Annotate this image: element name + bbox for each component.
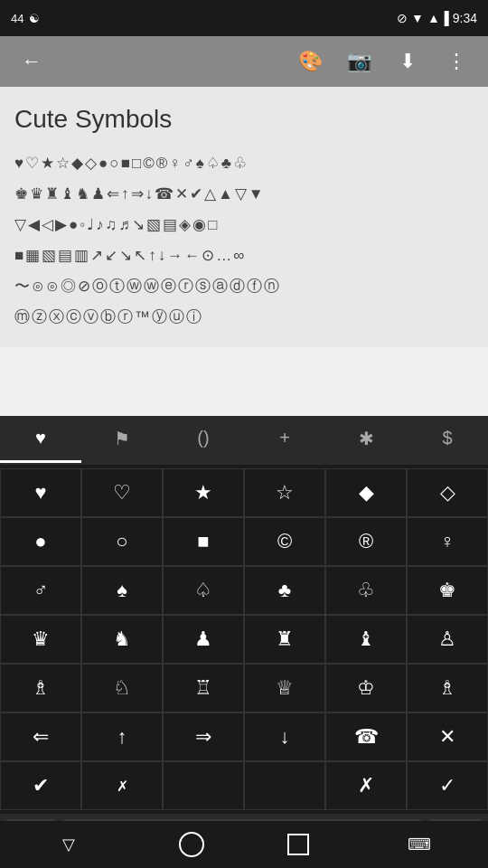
sym-key[interactable]: ♀ (407, 517, 488, 566)
sym-key[interactable]: ○ (81, 517, 163, 566)
keyboard-tab-bar: ♥ ⚑ () + ✱ $ (0, 416, 488, 465)
sym-key[interactable]: ♂ (0, 566, 81, 615)
more-button[interactable]: ⋮ (432, 36, 481, 87)
sym-key[interactable]: ♔ (325, 664, 407, 712)
tab-asterisk[interactable]: ✱ (325, 416, 407, 463)
nav-home-button[interactable] (179, 832, 204, 857)
sym-key[interactable]: ♛ (0, 615, 81, 664)
sym-key[interactable]: ♣ (244, 566, 325, 615)
sym-key[interactable]: ♖ (163, 664, 244, 712)
page-title: Cute Symbols (14, 105, 474, 134)
sym-key[interactable]: ♘ (81, 664, 163, 712)
symbols-line4: ■▦▧▤▥↗↙↘↖↑↓→←⊙…∞ (14, 247, 246, 264)
content-area: Cute Symbols ♥♡★☆◆◇●○■□©®♀♂♠♤♣♧ ♚♛♜♝♞♟⇐↑… (0, 87, 488, 347)
sym-key[interactable]: ♤ (163, 566, 244, 615)
sym-key[interactable]: ◇ (407, 468, 488, 517)
keyboard-area: ♥ ⚑ () + ✱ $ ♥ ♡ ★ ☆ ◆ ◇ ● ○ ■ © ® ♀ ♂ ♠… (0, 416, 488, 868)
status-icon-battery-num: 44 (11, 12, 23, 25)
tab-dollar[interactable]: $ (407, 416, 488, 463)
sym-key[interactable] (244, 761, 325, 810)
sym-key[interactable]: ✓ (407, 761, 488, 810)
sym-key[interactable]: ☆ (244, 468, 325, 517)
symbols-line2: ♚♛♜♝♞♟⇐↑⇒↓☎✕✔△▲▽▼ (14, 185, 266, 203)
status-icon-wifi: ▼ (411, 11, 424, 25)
back-button[interactable]: ← (7, 36, 56, 87)
tab-plus[interactable]: + (244, 416, 325, 463)
tab-brackets[interactable]: () (163, 416, 244, 463)
sym-key[interactable]: ★ (163, 468, 244, 517)
sym-key[interactable]: ♠ (81, 566, 163, 615)
sym-key[interactable]: ♙ (407, 615, 488, 664)
status-icon-signal2: ▲▐ (427, 11, 449, 25)
status-icon-signal: ☯ (29, 12, 40, 25)
sym-key[interactable]: ⇐ (0, 712, 81, 761)
sym-key[interactable]: ♝ (325, 615, 407, 664)
sym-key[interactable]: © (244, 517, 325, 566)
sym-key[interactable]: ✔ (0, 761, 81, 810)
sym-key[interactable]: ♡ (81, 468, 163, 517)
sym-key[interactable]: ♗ (407, 664, 488, 712)
camera-button[interactable]: 📷 (334, 36, 383, 87)
status-left: 44 ☯ (11, 12, 40, 25)
sym-key[interactable]: ♟ (163, 615, 244, 664)
sym-key[interactable]: ■ (163, 517, 244, 566)
tab-flags[interactable]: ⚑ (81, 416, 163, 463)
sym-key[interactable]: ♧ (325, 566, 407, 615)
toolbar: ← 🎨 📷 ⬇ ⋮ (0, 36, 488, 87)
symbols-line1: ♥♡★☆◆◇●○■□©®♀♂♠♤♣♧ (14, 155, 249, 172)
sym-key[interactable]: ⇒ (163, 712, 244, 761)
download-button[interactable]: ⬇ (383, 36, 432, 87)
sym-key[interactable]: ✕ (407, 712, 488, 761)
sym-key[interactable]: ® (325, 517, 407, 566)
nav-back-button[interactable]: ▽ (42, 821, 96, 868)
sym-key[interactable] (163, 761, 244, 810)
status-right: ⊘ ▼ ▲▐ 9:34 (397, 11, 477, 25)
nav-keyboard-button[interactable]: ⌨ (392, 821, 446, 868)
status-time: 9:34 (453, 11, 477, 25)
sym-key[interactable]: ♞ (81, 615, 163, 664)
symbols-line3: ▽◀◁▶●◦♩♪♫♬↘▧▤◈◉□ (14, 216, 220, 233)
sym-key[interactable]: ↑ (81, 712, 163, 761)
sym-key[interactable]: ✗ (81, 761, 163, 810)
nav-bar: ▽ ⌨ (0, 821, 488, 868)
sym-key[interactable]: ♜ (244, 615, 325, 664)
nav-recents-button[interactable] (287, 834, 309, 855)
palette-button[interactable]: 🎨 (286, 36, 334, 87)
symbols-line6: ⓜⓩⓧⓒⓥⓑⓡ™ⓨⓤⓘ (14, 308, 203, 326)
sym-key[interactable]: ♚ (407, 566, 488, 615)
sym-key[interactable]: ☎ (325, 712, 407, 761)
sym-key[interactable]: ✗ (325, 761, 407, 810)
sym-key[interactable]: ● (0, 517, 81, 566)
symbols-line5: 〜⊙⊙◎⊘ⓞⓣⓦⓦⓔⓡⓢⓐⓓⓕⓝ (14, 278, 281, 295)
status-bar: 44 ☯ ⊘ ▼ ▲▐ 9:34 (0, 0, 488, 36)
sym-key[interactable]: ↓ (244, 712, 325, 761)
tab-hearts[interactable]: ♥ (0, 416, 81, 463)
status-icon-no: ⊘ (397, 11, 408, 25)
sym-key[interactable]: ◆ (325, 468, 407, 517)
sym-key[interactable]: ♥ (0, 468, 81, 517)
symbol-grid: ♥ ♡ ★ ☆ ◆ ◇ ● ○ ■ © ® ♀ ♂ ♠ ♤ ♣ ♧ ♚ ♛ ♞ … (0, 465, 488, 814)
symbols-display: ♥♡★☆◆◇●○■□©®♀♂♠♤♣♧ ♚♛♜♝♞♟⇐↑⇒↓☎✕✔△▲▽▼ ▽◀◁… (14, 148, 474, 333)
sym-key[interactable]: ♕ (244, 664, 325, 712)
sym-key[interactable]: ♗ (0, 664, 81, 712)
